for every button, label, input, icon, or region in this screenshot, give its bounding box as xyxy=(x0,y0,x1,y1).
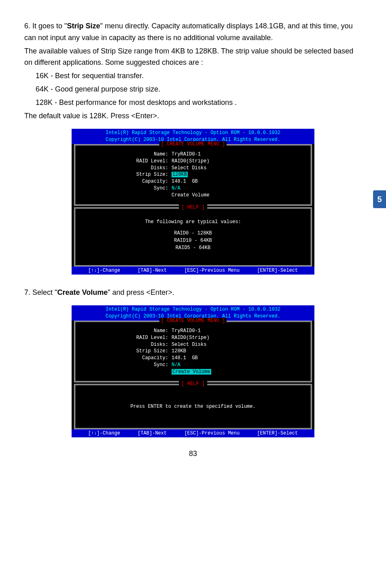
label-strip-size: Strip Size: xyxy=(75,171,172,178)
p4-lead: 7. Select " xyxy=(24,288,57,296)
p1-bold: Strip Size xyxy=(67,22,100,30)
bios-screenshot-1: Intel(R) Rapid Storage Technology - Opti… xyxy=(72,129,314,274)
help-lines: The following are typical values: RAID0 … xyxy=(75,218,311,251)
bios-header-line1: Intel(R) Rapid Storage Technology - Opti… xyxy=(72,130,314,136)
label2-strip-size: Strip Size: xyxy=(75,348,172,355)
create-volume-panel-2: [ CREATE VOLUME MENU ] Name: TryRAID0-1 … xyxy=(74,321,312,382)
footer2-esc: [ESC]-Previous Menu xyxy=(184,430,240,436)
page-number: 83 xyxy=(24,450,362,458)
p4-bold: Create Volume xyxy=(57,288,108,296)
value-raid-level: RAID0(Stripe) xyxy=(172,158,210,165)
label-raid-level: RAID Level: xyxy=(75,158,172,165)
row2-raid-level: RAID Level: RAID0(Stripe) xyxy=(75,334,311,341)
paragraph-4: 7. Select "Create Volume" and press <Ent… xyxy=(24,287,362,298)
value2-raid-level: RAID0(Stripe) xyxy=(172,334,210,341)
value2-name: TryRAID0-1 xyxy=(172,328,201,334)
value-create[interactable]: Create Volume xyxy=(172,192,210,199)
bios-footer-2: [↑↓]-Change [TAB]-Next [ESC]-Previous Me… xyxy=(72,429,314,437)
panel-title-2: [ CREATE VOLUME MENU ] xyxy=(159,318,227,324)
value-name: TryRAID0-1 xyxy=(172,151,201,158)
footer-change: [↑↓]-Change xyxy=(88,268,120,273)
body-text-2: 7. Select "Create Volume" and press <Ent… xyxy=(24,287,362,298)
paragraph-1: 6. It goes to "Strip Size" menu directly… xyxy=(24,20,362,44)
menu-content: Name: TryRAID0-1 RAID Level: RAID0(Strip… xyxy=(75,145,311,205)
label-create xyxy=(75,192,172,199)
help-title-2: [ HELP ] xyxy=(179,381,207,387)
bios-footer: [↑↓]-Change [TAB]-Next [ESC]-Previous Me… xyxy=(72,266,314,275)
label2-create xyxy=(75,369,172,375)
paragraph-2: The available values of Strip Size range… xyxy=(24,45,362,69)
strip-size-selected[interactable]: 128KB xyxy=(172,172,188,177)
menu-content-2: Name: TryRAID0-1 RAID Level: RAID0(Strip… xyxy=(75,322,311,381)
footer-tab: [TAB]-Next xyxy=(138,268,167,273)
help1-line2: RAID0 - 128KB xyxy=(75,230,311,237)
row2-name: Name: TryRAID0-1 xyxy=(75,328,311,334)
help1-line3: RAID10 - 64KB xyxy=(75,237,311,244)
capacity-num: 148.1 xyxy=(172,179,186,184)
row-raid-level: RAID Level: RAID0(Stripe) xyxy=(75,158,311,165)
value2-capacity: 148.1 GB xyxy=(172,355,198,362)
value-strip-size: 128KB xyxy=(172,171,188,178)
label2-disks: Disks: xyxy=(75,341,172,348)
body-text: 6. It goes to "Strip Size" menu directly… xyxy=(24,20,362,121)
footer2-enter: [ENTER]-Select xyxy=(257,430,298,436)
value-disks: Select Disks xyxy=(172,165,206,172)
label-name: Name: xyxy=(75,151,172,158)
footer2-change: [↑↓]-Change xyxy=(88,430,120,436)
create-volume-selected[interactable]: Create Volume xyxy=(172,369,211,375)
row-name: Name: TryRAID0-1 xyxy=(75,151,311,158)
create-volume-panel: [ CREATE VOLUME MENU ] Name: TryRAID0-1 … xyxy=(74,144,312,206)
value2-sync: N/A xyxy=(172,362,180,369)
bullet-2: 64K - Good general purpose strip size. xyxy=(24,83,362,95)
panel-title: [ CREATE VOLUME MENU ] xyxy=(159,141,227,147)
label2-name: Name: xyxy=(75,328,172,334)
side-tab: 5 xyxy=(373,190,386,208)
value2-strip-size: 128KB xyxy=(172,348,186,355)
row2-disks: Disks: Select Disks xyxy=(75,341,311,348)
value-capacity: 148.1 GB xyxy=(172,178,198,185)
label-disks: Disks: xyxy=(75,165,172,172)
label2-raid-level: RAID Level: xyxy=(75,334,172,341)
paragraph-3: The default value is 128K. Press <Enter>… xyxy=(24,110,362,122)
row-create[interactable]: Create Volume xyxy=(75,192,311,199)
help1-line1: The following are typical values: xyxy=(75,218,311,226)
capacity2-num: 148.1 xyxy=(172,355,186,361)
value-sync: N/A xyxy=(172,185,180,192)
footer-enter: [ENTER]-Select xyxy=(257,268,298,273)
row-sync: Sync: N/A xyxy=(75,185,311,192)
help-title: [ HELP ] xyxy=(179,205,207,210)
label-sync: Sync: xyxy=(75,185,172,192)
bullet-1: 16K - Best for sequential transfer. xyxy=(24,70,362,82)
capacity2-unit: GB xyxy=(192,355,197,361)
side-tab-label: 5 xyxy=(377,195,382,204)
label2-sync: Sync: xyxy=(75,362,172,369)
value2-create: Create Volume xyxy=(172,369,211,375)
label2-capacity: Capacity: xyxy=(75,355,172,362)
row2-sync: Sync: N/A xyxy=(75,362,311,369)
row-disks: Disks: Select Disks xyxy=(75,165,311,172)
capacity-unit: GB xyxy=(192,179,197,184)
help1-line4: RAID5 - 64KB xyxy=(75,244,311,251)
row-strip-size[interactable]: Strip Size: 128KB xyxy=(75,171,311,178)
footer-esc: [ESC]-Previous Menu xyxy=(184,268,240,273)
row2-capacity: Capacity: 148.1 GB xyxy=(75,355,311,362)
value2-disks: Select Disks xyxy=(172,341,206,348)
row-capacity: Capacity: 148.1 GB xyxy=(75,178,311,185)
row2-strip-size: Strip Size: 128KB xyxy=(75,348,311,355)
help-panel-1: [ HELP ] The following are typical value… xyxy=(74,207,312,266)
p1-lead: 6. It goes to " xyxy=(24,22,67,30)
label-capacity: Capacity: xyxy=(75,178,172,185)
bios2-header-line1: Intel(R) Rapid Storage Technology - Opti… xyxy=(72,306,314,313)
p4-tail: " and press <Enter>. xyxy=(108,288,174,296)
footer2-tab: [TAB]-Next xyxy=(138,430,167,436)
help-lines-2: Press ENTER to create the specified volu… xyxy=(75,403,311,410)
row2-create[interactable]: Create Volume xyxy=(75,369,311,375)
help-panel-2: [ HELP ] Press ENTER to create the speci… xyxy=(74,384,312,429)
help2-line: Press ENTER to create the specified volu… xyxy=(75,403,311,410)
bios-screenshot-2: Intel(R) Rapid Storage Technology - Opti… xyxy=(72,305,314,437)
bullet-3: 128K - Best performance for most desktop… xyxy=(24,97,362,109)
